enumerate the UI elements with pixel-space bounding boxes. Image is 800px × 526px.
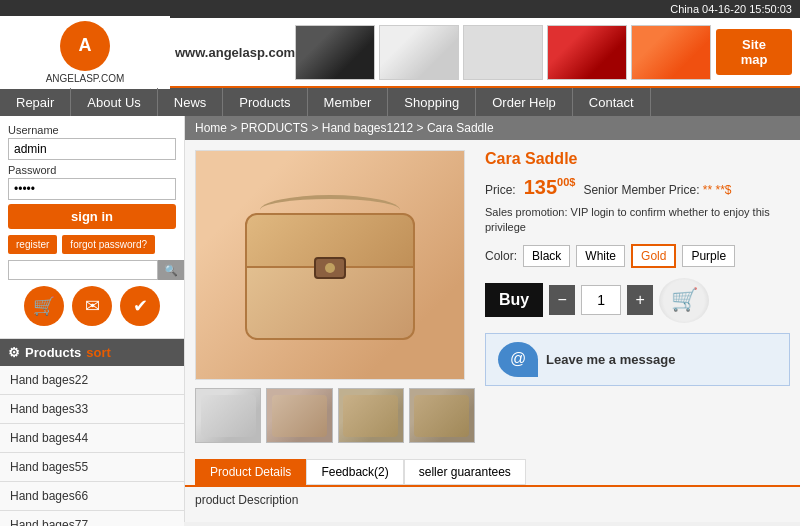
header-img-4 (547, 25, 627, 80)
nav: Repair About Us News Products Member Sho… (0, 88, 800, 116)
gear-icon: ⚙ (8, 345, 20, 360)
breadcrumb-sep2: > (311, 121, 318, 135)
login-box: Username Password sign in register forgo… (0, 116, 184, 339)
icon-row: 🛒 ✉ ✔ (8, 286, 176, 326)
color-purple[interactable]: Purple (682, 245, 735, 267)
header: A ANGELASP.COM www.angelasp.com Site map (0, 18, 800, 88)
senior-price-text: Senior Member Price: (583, 183, 699, 197)
sitemap-button[interactable]: Site map (716, 29, 792, 75)
thumb-image-1[interactable] (195, 388, 261, 443)
products-sort-header: ⚙ Products sort (0, 339, 184, 366)
breadcrumb-home[interactable]: Home (195, 121, 227, 135)
password-input[interactable] (8, 178, 176, 200)
logo-sub: ANGELASP.COM (46, 73, 125, 84)
email-icon[interactable]: ✉ (72, 286, 112, 326)
sidebar-item-1[interactable]: Hand bages33 (0, 395, 184, 424)
color-black[interactable]: Black (523, 245, 570, 267)
products-label: Products (25, 345, 81, 360)
product-title: Cara Saddle (485, 150, 790, 168)
product-info-col: Cara Saddle Price: 13500$ Senior Member … (485, 150, 790, 443)
breadcrumb-sep1: > (230, 121, 237, 135)
main: Username Password sign in register forgo… (0, 116, 800, 522)
header-img-5 (631, 25, 711, 80)
header-img-2 (379, 25, 459, 80)
nav-item-shopping[interactable]: Shopping (388, 88, 476, 116)
price-row: Price: 13500$ Senior Member Price: ** **… (485, 176, 790, 199)
nav-item-member[interactable]: Member (308, 88, 389, 116)
logo-area: A ANGELASP.COM (0, 16, 170, 89)
thumbnail-images (195, 388, 475, 443)
price-int: 135 (524, 176, 557, 198)
sales-promotion: Sales promotion: VIP login to confirm wh… (485, 205, 790, 236)
tab-content: product Description (185, 487, 800, 513)
color-white[interactable]: White (576, 245, 625, 267)
content: Home > PRODUCTS > Hand bages1212 > Cara … (185, 116, 800, 522)
nav-item-order-help[interactable]: Order Help (476, 88, 573, 116)
qty-decrease-button[interactable]: − (549, 285, 575, 315)
message-box: @ Leave me a message (485, 333, 790, 386)
breadcrumb-category[interactable]: Hand bages1212 (322, 121, 413, 135)
product-description-label: product Description (195, 493, 298, 507)
buy-row: Buy − + 🛒 (485, 278, 790, 323)
cart-icon-box[interactable]: 🛒 (659, 278, 709, 323)
nav-item-repair[interactable]: Repair (0, 88, 71, 116)
qty-increase-button[interactable]: + (627, 285, 653, 315)
breadcrumb-products[interactable]: PRODUCTS (241, 121, 308, 135)
sidebar-item-4[interactable]: Hand bages66 (0, 482, 184, 511)
quantity-input[interactable] (581, 285, 621, 315)
datetime: China 04-16-20 15:50:03 (670, 3, 792, 15)
color-row: Color: Black White Gold Purple (485, 244, 790, 268)
sort-label: sort (86, 345, 111, 360)
username-label: Username (8, 124, 176, 136)
sidebar: Username Password sign in register forgo… (0, 116, 185, 522)
nav-item-about[interactable]: About Us (71, 88, 157, 116)
senior-price-label: Senior Member Price: ** **$ (583, 183, 731, 197)
password-label: Password (8, 164, 176, 176)
tab-feedback[interactable]: Feedback(2) (306, 459, 403, 485)
header-img-1 (295, 25, 375, 80)
product-image-col (195, 150, 475, 443)
color-label: Color: (485, 249, 517, 263)
forgot-password-button[interactable]: forgot password? (62, 235, 155, 254)
breadcrumb-sep3: > (417, 121, 424, 135)
tabs-area: Product Details Feedback(2) seller guara… (185, 453, 800, 487)
check-icon[interactable]: ✔ (120, 286, 160, 326)
sidebar-item-5[interactable]: Hand bages77 (0, 511, 184, 526)
nav-item-products[interactable]: Products (223, 88, 307, 116)
senior-price-value: ** **$ (703, 183, 732, 197)
header-images (290, 20, 716, 85)
breadcrumb-current: Cara Saddle (427, 121, 494, 135)
product-area: Cara Saddle Price: 13500$ Senior Member … (185, 140, 800, 453)
message-icon: @ (498, 342, 538, 377)
sidebar-item-0[interactable]: Hand bages22 (0, 366, 184, 395)
message-label[interactable]: Leave me a message (546, 352, 675, 367)
thumb-image-4[interactable] (409, 388, 475, 443)
site-url: www.angelasp.com (170, 45, 290, 60)
header-img-3 (463, 25, 543, 80)
logo-letter: A (79, 35, 92, 56)
thumb-image-2[interactable] (266, 388, 332, 443)
auth-links: register forgot password? (8, 235, 176, 254)
tab-seller-guarantees[interactable]: seller guarantees (404, 459, 526, 485)
sidebar-item-2[interactable]: Hand bages44 (0, 424, 184, 453)
register-button[interactable]: register (8, 235, 57, 254)
logo-icon: A (60, 21, 110, 71)
thumb-image-3[interactable] (338, 388, 404, 443)
sidebar-item-3[interactable]: Hand bages55 (0, 453, 184, 482)
sign-in-button[interactable]: sign in (8, 204, 176, 229)
price-value: 13500$ (524, 176, 576, 199)
tab-product-details[interactable]: Product Details (195, 459, 306, 485)
username-input[interactable] (8, 138, 176, 160)
buy-button[interactable]: Buy (485, 283, 543, 317)
nav-item-news[interactable]: News (158, 88, 224, 116)
search-row: 🔍 (8, 260, 176, 280)
price-label: Price: (485, 183, 516, 197)
color-gold[interactable]: Gold (631, 244, 676, 268)
main-product-image (195, 150, 465, 380)
search-button[interactable]: 🔍 (158, 260, 184, 280)
cart-icon[interactable]: 🛒 (24, 286, 64, 326)
nav-item-contact[interactable]: Contact (573, 88, 651, 116)
price-sup: 00$ (557, 176, 575, 188)
search-input[interactable] (8, 260, 158, 280)
breadcrumb: Home > PRODUCTS > Hand bages1212 > Cara … (185, 116, 800, 140)
